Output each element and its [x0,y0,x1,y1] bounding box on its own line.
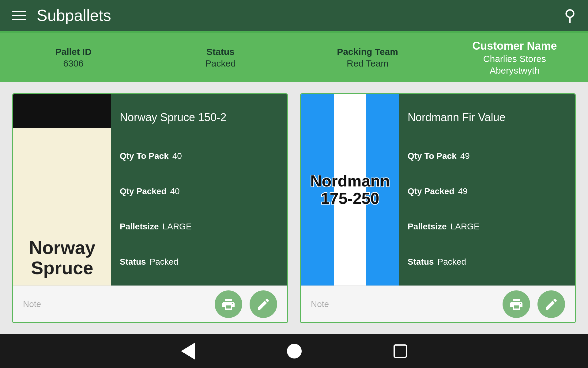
nav-recents-button[interactable] [394,344,407,358]
card-1-image-line2: Spruce [31,258,93,278]
card-2-status-row: Status Packed [408,257,566,267]
card-2-palletsize-value: LARGE [450,222,480,232]
main-content: Norway Spruce Norway Spruce 150-2 Qty To… [0,82,588,334]
page-title: Subpallets [37,6,111,25]
card-2-qty-packed-row: Qty Packed 49 [408,186,566,196]
card-1-note: Note [23,299,41,309]
card-2-bottom: Note [301,286,575,322]
card-1-palletsize-value: LARGE [163,222,192,232]
print-icon-2 [509,297,524,312]
card-1-image-top-black [13,94,111,128]
card-1-image-text: Norway Spruce [13,233,111,286]
card-1-product-name: Norway Spruce 150-2 [120,111,278,124]
card-1-qty-to-pack-row: Qty To Pack 40 [120,151,278,161]
card-1-bottom: Note [13,286,287,322]
card-2-note: Note [311,299,329,309]
card-2-status-label: Status [408,257,434,267]
back-icon [181,343,195,360]
card-2-image: Nordmann 175-250 [301,94,399,286]
packing-team-cell: Packing Team Red Team [294,33,441,82]
card-1-edit-button[interactable] [250,290,277,318]
card-1-palletsize-row: Palletsize LARGE [120,222,278,232]
pallet-id-value: 6306 [63,58,84,69]
topbar: Subpallets ⚲ [0,0,588,31]
card-1-status-label: Status [120,257,146,267]
customer-name-cell: Customer Name Charlies Stores Aberystwyt… [441,33,588,82]
card-1-status-row: Status Packed [120,257,278,267]
card-1-status-value: Packed [150,257,178,267]
card-1-actions [215,290,277,318]
bottom-nav-bar [0,334,588,368]
packing-team-label: Packing Team [337,47,398,57]
search-icon[interactable]: ⚲ [564,6,576,25]
card-2-palletsize-label: Palletsize [408,222,447,232]
card-2-top: Nordmann 175-250 Nordmann Fir Value Qty … [301,94,575,286]
card-2-qty-to-pack-row: Qty To Pack 49 [408,151,566,161]
top-divider [0,31,588,33]
status-cell: Status Packed [147,33,294,82]
hamburger-menu-icon[interactable] [12,11,26,20]
card-1-qty-to-pack-label: Qty To Pack [120,151,169,161]
status-value: Packed [205,58,236,69]
card-2-product-name: Nordmann Fir Value [408,111,566,124]
subpallet-card-2[interactable]: Nordmann 175-250 Nordmann Fir Value Qty … [300,93,576,323]
card-1-qty-packed-row: Qty Packed 40 [120,186,278,196]
card-2-image-line1: Nordmann [310,172,390,190]
card-2-print-button[interactable] [503,290,530,318]
card-2-qty-to-pack-label: Qty To Pack [408,151,457,161]
status-label: Status [206,47,235,57]
card-1-qty-to-pack-value: 40 [172,151,182,161]
card-2-edit-button[interactable] [537,290,565,318]
customer-name-line2: Aberystwyth [490,65,540,76]
pallet-id-cell: Pallet ID 6306 [0,33,147,82]
card-2-qty-packed-value: 49 [458,186,468,196]
topbar-left: Subpallets [12,6,111,25]
card-1-image: Norway Spruce [13,94,111,286]
card-2-image-line2: 175-250 [321,190,379,207]
customer-name-line1: Charlies Stores [483,54,546,64]
card-1-print-button[interactable] [215,290,242,318]
card-2-image-text: Nordmann 175-250 [310,172,390,207]
customer-name-label: Customer Name [472,40,557,52]
card-2-info: Nordmann Fir Value Qty To Pack 49 Qty Pa… [399,94,575,286]
card-2-qty-to-pack-value: 49 [460,151,470,161]
card-2-actions [503,290,565,318]
edit-icon [256,297,271,312]
card-1-top: Norway Spruce Norway Spruce 150-2 Qty To… [13,94,287,286]
pallet-id-label: Pallet ID [55,47,91,57]
card-2-palletsize-row: Palletsize LARGE [408,222,566,232]
card-1-image-line1: Norway [29,237,96,258]
card-2-qty-packed-label: Qty Packed [408,186,454,196]
nav-home-button[interactable] [287,344,302,358]
edit-icon-2 [544,297,559,312]
card-1-info: Norway Spruce 150-2 Qty To Pack 40 Qty P… [111,94,287,286]
print-icon [221,297,236,312]
home-icon [287,344,302,358]
packing-team-value: Red Team [347,58,388,69]
card-1-qty-packed-value: 40 [170,186,180,196]
nav-back-button[interactable] [181,343,195,360]
card-1-palletsize-label: Palletsize [120,222,159,232]
subpallet-card-1[interactable]: Norway Spruce Norway Spruce 150-2 Qty To… [12,93,288,323]
card-1-qty-packed-label: Qty Packed [120,186,167,196]
card-2-status-value: Packed [438,257,466,267]
recents-icon [394,344,407,358]
header-bar: Pallet ID 6306 Status Packed Packing Tea… [0,33,588,82]
